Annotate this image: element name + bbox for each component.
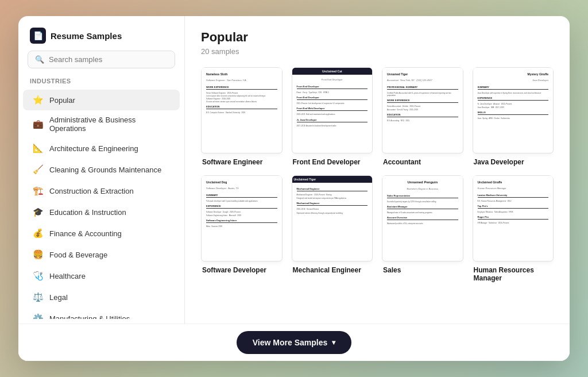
sample-label-software-engineer: Software Engineer [201, 158, 283, 166]
sidebar-label-manufacturing: Manufacturing & Utilities [49, 314, 130, 320]
sidebar-label-legal: Legal [49, 293, 68, 302]
section-title: Popular [201, 30, 554, 45]
sample-card-front-end-developer[interactable]: Unclaimed Cat Front End Developer Front … [292, 67, 373, 166]
sidebar-icon-construction: 🏗️ [32, 185, 44, 197]
sidebar-item-education[interactable]: 🎓 Education & Instruction [23, 202, 180, 222]
sample-thumb-hr-manager: Unclaimed Giraffe Human Resources Manage… [473, 175, 554, 261]
sidebar-label-construction: Construction & Extraction [49, 187, 134, 195]
search-box[interactable]: 🔍 [28, 51, 175, 68]
sample-card-software-developer[interactable]: Unclaimed Dog Software Developer · Austi… [201, 175, 283, 282]
sidebar-item-admin-business[interactable]: 💼 Administrative & Business Operations [23, 111, 180, 137]
search-icon: 🔍 [35, 55, 44, 64]
search-input[interactable] [49, 55, 168, 64]
sample-thumb-sales: Unnamed Penguin Bachelor's Degree in Bus… [382, 175, 463, 261]
sidebar-icon-manufacturing: ⚙️ [32, 313, 44, 319]
sample-label-front-end-developer: Front End Developer [292, 158, 373, 166]
sidebar-icon-admin-business: 💼 [32, 118, 44, 130]
industries-label: Industries [18, 75, 184, 89]
sample-card-mechanical-engineer[interactable]: Unclaimed Tiger Mechanical Engineer Mech… [292, 175, 373, 282]
sample-label-accountant: Accountant [382, 158, 463, 166]
samples-grid: Nameless Sloth Software Engineer · San F… [201, 67, 554, 282]
sidebar-label-architecture: Architecture & Engineering [49, 144, 138, 153]
sidebar-item-popular[interactable]: ⭐ Popular [23, 90, 180, 110]
sidebar-item-architecture[interactable]: 📐 Architecture & Engineering [23, 138, 180, 159]
sidebar-icon-finance: 💰 [32, 228, 44, 239]
sidebar-item-healthcare[interactable]: 🩺 Healthcare [23, 266, 180, 286]
view-more-button[interactable]: View More Samples ▾ [237, 331, 351, 354]
sidebar-label-cleaning: Cleaning & Grounds Maintenance [49, 166, 161, 174]
sample-label-java-developer: Java Developer [473, 158, 554, 166]
sidebar-icon-healthcare: 🩺 [32, 270, 44, 282]
sidebar-icon-education: 🎓 [32, 206, 44, 218]
sample-thumb-software-developer: Unclaimed Dog Software Developer · Austi… [201, 175, 283, 261]
sidebar-icon-cleaning: 🧹 [32, 164, 44, 175]
sample-card-sales[interactable]: Unnamed Penguin Bachelor's Degree in Bus… [382, 175, 463, 282]
sample-thumb-mechanical-engineer: Unclaimed Tiger Mechanical Engineer Mech… [292, 175, 373, 261]
chevron-down-icon: ▾ [332, 338, 335, 347]
sidebar-label-finance: Finance & Accounting [49, 229, 122, 238]
sample-card-hr-manager[interactable]: Unclaimed Giraffe Human Resources Manage… [473, 175, 554, 282]
app-logo-icon: 📄 [30, 28, 46, 44]
sidebar-label-popular: Popular [49, 96, 75, 105]
sidebar-icon-architecture: 📐 [32, 143, 44, 154]
sample-thumb-java-developer: Mystery Giraffe Java Developer SUMMARY J… [473, 67, 554, 153]
sidebar-label-education: Education & Instruction [49, 208, 126, 217]
sample-label-software-developer: Software Developer [201, 266, 283, 274]
sample-card-accountant[interactable]: Unnamed Tiger Accountant · New York, NY … [382, 67, 463, 166]
sample-thumb-software-engineer: Nameless Sloth Software Engineer · San F… [201, 67, 283, 153]
sample-thumb-accountant: Unnamed Tiger Accountant · New York, NY … [382, 67, 463, 153]
sidebar-header: 📄 Resume Samples [18, 16, 184, 51]
sidebar-label-admin-business: Administrative & Business Operations [49, 116, 171, 133]
sidebar-icon-popular: ⭐ [32, 94, 44, 106]
sample-thumb-front-end-developer: Unclaimed Cat Front End Developer Front … [292, 67, 373, 153]
sidebar-item-manufacturing[interactable]: ⚙️ Manufacturing & Utilities [23, 308, 180, 319]
view-more-label: View More Samples [253, 338, 327, 347]
sample-card-software-engineer[interactable]: Nameless Sloth Software Engineer · San F… [201, 67, 283, 166]
sidebar-item-construction[interactable]: 🏗️ Construction & Extraction [23, 180, 180, 201]
sample-label-hr-manager: Human Resources Manager [473, 266, 554, 282]
section-subtitle: 20 samples [201, 47, 554, 56]
sidebar-icon-legal: ⚖️ [32, 291, 44, 303]
sidebar-label-healthcare: Healthcare [49, 272, 86, 280]
sidebar-list: ⭐ Popular 💼 Administrative & Business Op… [18, 89, 184, 319]
sample-label-sales: Sales [382, 266, 463, 274]
sidebar-item-food[interactable]: 🍔 Food & Beverage [23, 244, 180, 265]
main-content: Popular 20 samples Nameless Sloth Softwa… [185, 16, 570, 324]
sidebar-icon-food: 🍔 [32, 249, 44, 260]
app-title: Resume Samples [51, 31, 122, 41]
sidebar: 📄 Resume Samples 🔍 Industries ⭐ Popular … [18, 16, 185, 324]
bottom-bar: View More Samples ▾ [18, 324, 570, 361]
sidebar-label-food: Food & Beverage [49, 251, 107, 259]
sample-label-mechanical-engineer: Mechanical Engineer [292, 266, 373, 274]
sidebar-item-cleaning[interactable]: 🧹 Cleaning & Grounds Maintenance [23, 159, 180, 180]
sidebar-item-legal[interactable]: ⚖️ Legal [23, 287, 180, 307]
sample-card-java-developer[interactable]: Mystery Giraffe Java Developer SUMMARY J… [473, 67, 554, 166]
sidebar-item-finance[interactable]: 💰 Finance & Accounting [23, 223, 180, 244]
